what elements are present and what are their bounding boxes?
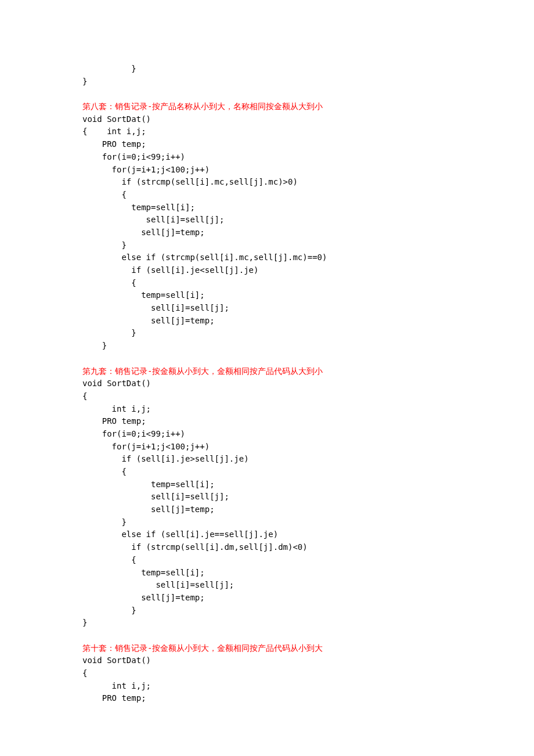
code-line: temp=sell[i]; (82, 289, 499, 302)
code-block: }} 第八套：销售记录-按产品名称从小到大，名称相同按金额从大到小void So… (82, 63, 499, 705)
code-line: temp=sell[i]; (82, 201, 499, 214)
code-line: { int i,j; (82, 125, 499, 138)
code-line: else if (sell[i].je==sell[j].je) (82, 528, 499, 541)
code-line: temp=sell[i]; (82, 567, 499, 579)
code-line: } (82, 239, 499, 252)
code-line: void SortDat() (82, 113, 499, 126)
code-line: sell[i]=sell[j]; (82, 579, 499, 592)
section-heading: 第九套：销售记录-按金额从小到大，金额相同按产品代码从大到小 (82, 365, 499, 378)
code-line: void SortDat() (82, 654, 499, 667)
code-line: PRO temp; (82, 692, 499, 705)
code-line: { (82, 277, 499, 290)
section-heading: 第八套：销售记录-按产品名称从小到大，名称相同按金额从大到小 (82, 100, 499, 113)
code-line: { (82, 667, 499, 680)
code-line: { (82, 554, 499, 567)
code-line: for(j=i+1;j<100;j++) (82, 441, 499, 453)
code-line: for(j=i+1;j<100;j++) (82, 164, 499, 177)
code-line: } (82, 340, 499, 352)
code-line: } (82, 75, 499, 88)
code-line: { (82, 466, 499, 478)
code-line: } (82, 327, 499, 340)
code-line: else if (strcmp(sell[i].mc,sell[j].mc)==… (82, 251, 499, 264)
code-line: sell[i]=sell[j]; (82, 491, 499, 503)
code-line: int i,j; (82, 403, 499, 416)
code-line: sell[i]=sell[j]; (82, 214, 499, 226)
code-line: } (82, 617, 499, 629)
code-line: if (sell[i].je>sell[j].je) (82, 453, 499, 466)
code-line: } (82, 604, 499, 617)
code-line: sell[j]=temp; (82, 503, 499, 516)
code-line: if (strcmp(sell[i].mc,sell[j].mc)>0) (82, 176, 499, 189)
code-line (82, 629, 499, 642)
code-line: sell[i]=sell[j]; (82, 302, 499, 315)
code-line: void SortDat() (82, 377, 499, 390)
code-line: int i,j; (82, 680, 499, 693)
code-line: PRO temp; (82, 415, 499, 428)
code-line: for(i=0;i<99;i++) (82, 428, 499, 441)
code-line (82, 352, 499, 365)
code-line: { (82, 390, 499, 403)
code-line: sell[j]=temp; (82, 592, 499, 604)
code-line (82, 88, 499, 100)
code-line: PRO temp; (82, 138, 499, 151)
document-page: }} 第八套：销售记录-按产品名称从小到大，名称相同按金额从大到小void So… (0, 0, 534, 756)
code-line: temp=sell[i]; (82, 478, 499, 491)
code-line: } (82, 63, 499, 75)
code-line: } (82, 516, 499, 529)
section-heading: 第十套：销售记录-按金额从小到大，金额相同按产品代码从小到大 (82, 642, 499, 655)
code-line: if (sell[i].je<sell[j].je) (82, 264, 499, 277)
code-line: if (strcmp(sell[i].dm,sell[j].dm)<0) (82, 541, 499, 554)
code-line: sell[j]=temp; (82, 226, 499, 239)
code-line: sell[j]=temp; (82, 315, 499, 327)
code-line: for(i=0;i<99;i++) (82, 151, 499, 164)
code-line: { (82, 189, 499, 201)
